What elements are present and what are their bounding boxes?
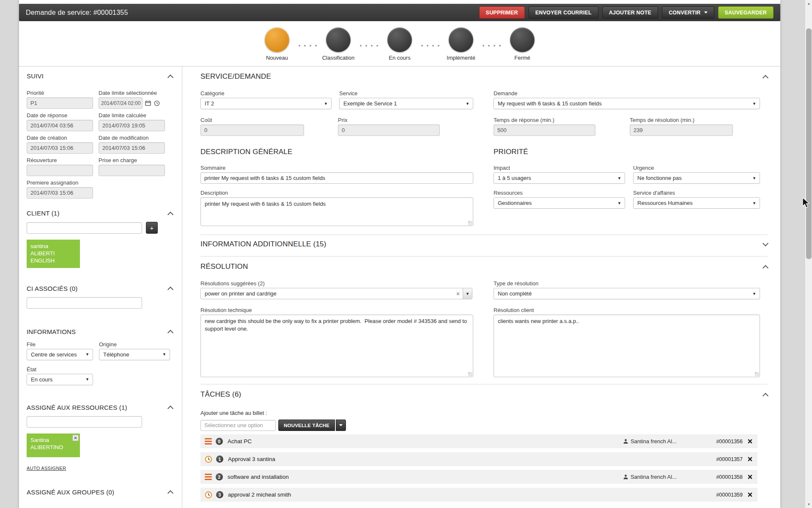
delete-button[interactable]: SUPPRIMER	[479, 6, 525, 19]
section-informations: INFORMATIONS File Centre de services ▼ O…	[27, 328, 173, 385]
calendar-icon[interactable]	[144, 99, 151, 107]
new-task-button[interactable]: NOUVELLE TÂCHE	[278, 420, 335, 431]
step-circle-active[interactable]	[265, 28, 289, 52]
step-circle[interactable]	[387, 28, 412, 52]
task-assignee: Santina french Al...	[623, 474, 677, 480]
section-information-additionnelle: INFORMATION ADDITIONNELLE (15)	[200, 235, 768, 256]
resolutions-suggerees-combo[interactable]: power on printer and cardrige ▼	[200, 288, 472, 299]
origine-label: Origine	[99, 341, 170, 348]
service-affaires-select[interactable]: Ressources Humaines ▼	[633, 197, 760, 209]
assigne-ressources-title: ASSIGNÉ AUX RESSOURCES (1)	[27, 404, 127, 411]
impact-select[interactable]: 1 à 5 usagers ▼	[494, 172, 625, 184]
task-row[interactable]: 2 software and installation Santina fren…	[200, 470, 757, 484]
topbar: Demande de service: #00001355 SUPPRIMER …	[19, 4, 780, 21]
section-description-generale: DESCRIPTION GÉNÉRALE Sommaire Descriptio…	[200, 148, 473, 226]
step-circle[interactable]	[510, 28, 535, 52]
task-order-badge: 1	[216, 456, 223, 463]
scroll-up-arrow-icon[interactable]: ▲	[805, 0, 812, 7]
save-button[interactable]: SAUVEGARDER	[718, 6, 774, 19]
client-search-input[interactable]	[27, 222, 142, 234]
file-label: File	[27, 341, 93, 348]
dropdown-caret-icon: ▼	[466, 102, 469, 106]
combo-dropdown-button[interactable]: ▼	[463, 288, 472, 299]
resize-grip[interactable]	[468, 221, 472, 225]
priorite-label: Priorité	[27, 90, 93, 96]
step-classification: Classification	[322, 28, 355, 61]
categorie-value: IT 2	[205, 100, 214, 107]
task-template-input[interactable]	[200, 420, 276, 431]
ressources-select[interactable]: Gestionnaires ▼	[494, 197, 625, 209]
resolution-client-textarea[interactable]: clients wants new printer a.s.a.p..	[494, 315, 760, 377]
dropdown-caret-icon: ▼	[752, 201, 756, 205]
section-ci-associes: CI ASSOCIÉS (0)	[27, 285, 173, 309]
collapse-chevron-icon[interactable]	[763, 265, 768, 271]
resize-grip[interactable]	[468, 372, 472, 376]
resolution-technique-textarea[interactable]: new cardrige this should be the only way…	[200, 315, 473, 377]
task-row[interactable]: 3 approval 2 micheal smith #00001359	[200, 488, 757, 502]
collapse-chevron-icon[interactable]	[167, 490, 173, 496]
collapse-chevron-icon[interactable]	[167, 406, 173, 411]
delete-task-icon[interactable]	[748, 439, 752, 444]
description-textarea[interactable]: printer My request with 6 tasks & 15 cus…	[200, 197, 473, 226]
expand-chevron-icon[interactable]	[763, 240, 768, 246]
type-resolution-select[interactable]: Non complété ▼	[494, 288, 760, 299]
task-drag-handle-icon[interactable]	[205, 474, 212, 480]
collapse-chevron-icon[interactable]	[167, 211, 173, 217]
collapse-chevron-icon[interactable]	[763, 75, 768, 81]
prise-en-charge-label: Prise en charge	[99, 157, 171, 163]
delete-task-icon[interactable]	[748, 457, 752, 461]
step-separator-dots	[483, 45, 501, 47]
origine-select[interactable]: Téléphone ▼	[99, 349, 170, 360]
task-title: software and installation	[228, 474, 289, 480]
task-row[interactable]: 0 Achat PC Santina french Al... #0000135…	[200, 434, 757, 448]
delete-task-icon[interactable]	[748, 475, 752, 479]
section-service-demande: SERVICE/DEMANDE Catégorie IT 2 ▼	[200, 72, 768, 226]
new-task-dropdown-button[interactable]	[336, 420, 346, 431]
convert-button[interactable]: CONVERTIR	[662, 6, 714, 19]
assigne-groupes-title: ASSIGNÉ AUX GROUPES (0)	[27, 489, 114, 496]
clear-icon[interactable]	[453, 288, 463, 299]
collapse-chevron-icon[interactable]	[167, 330, 173, 336]
add-client-button[interactable]: +	[146, 222, 158, 234]
sidebar: SUIVI Priorité P1 Date limite sélectionn…	[19, 66, 182, 508]
impact-label: Impact	[494, 165, 625, 171]
step-nouveau: Nouveau	[261, 28, 294, 61]
person-icon	[623, 439, 628, 444]
ci-search-input[interactable]	[27, 297, 142, 309]
file-select[interactable]: Centre de services ▼	[27, 349, 93, 360]
priorite-title: PRIORITÉ	[494, 148, 528, 156]
service-select[interactable]: Exemple de Service 1 ▼	[339, 98, 473, 109]
scroll-down-arrow-icon[interactable]: ▼	[805, 501, 812, 508]
cout-field: 0	[200, 124, 304, 136]
task-title: Approval 3 santina	[228, 456, 275, 462]
service-affaires-label: Service d'affaires	[633, 190, 760, 196]
sommaire-input[interactable]	[200, 172, 473, 184]
vertical-scrollbar[interactable]: ▲ ▼	[805, 0, 812, 508]
task-row[interactable]: 1 Approval 3 santina #00001357	[200, 452, 757, 466]
task-drag-handle-icon[interactable]	[205, 438, 212, 444]
add-note-button[interactable]: AJOUTER NOTE	[602, 6, 658, 19]
collapse-chevron-icon[interactable]	[167, 287, 173, 293]
dropdown-caret-icon: ▼	[752, 292, 756, 296]
etat-select[interactable]: En cours ▼	[27, 374, 93, 385]
step-circle[interactable]	[449, 28, 473, 52]
clock-icon[interactable]	[153, 99, 160, 107]
step-circle[interactable]	[326, 28, 351, 52]
auto-assign-link[interactable]: AUTO ASSIGNER	[27, 466, 66, 471]
delete-task-icon[interactable]	[748, 492, 752, 497]
send-email-button[interactable]: ENVOYER COURRIEL	[529, 6, 598, 19]
demande-select[interactable]: My request with 6 tasks & 15 custom fiel…	[494, 98, 760, 109]
step-en-cours: En cours	[383, 28, 416, 61]
categorie-select[interactable]: IT 2 ▼	[200, 98, 332, 109]
urgence-select[interactable]: Ne fonctionne pas ▼	[633, 172, 760, 184]
resize-grip[interactable]	[755, 372, 759, 376]
collapse-chevron-icon[interactable]	[763, 393, 768, 399]
scrollbar-thumb[interactable]	[806, 28, 812, 259]
date-limite-selectionnee-field: 2014/07/24 02:00	[99, 97, 143, 109]
remove-ressource-icon[interactable]	[72, 435, 79, 441]
collapse-chevron-icon[interactable]	[167, 74, 173, 80]
demande-label: Demande	[494, 90, 760, 97]
priorite-field: P1	[27, 97, 93, 109]
date-limite-calculee-field: 2014/07/03 19:05	[99, 120, 165, 131]
ressource-search-input[interactable]	[27, 416, 142, 428]
